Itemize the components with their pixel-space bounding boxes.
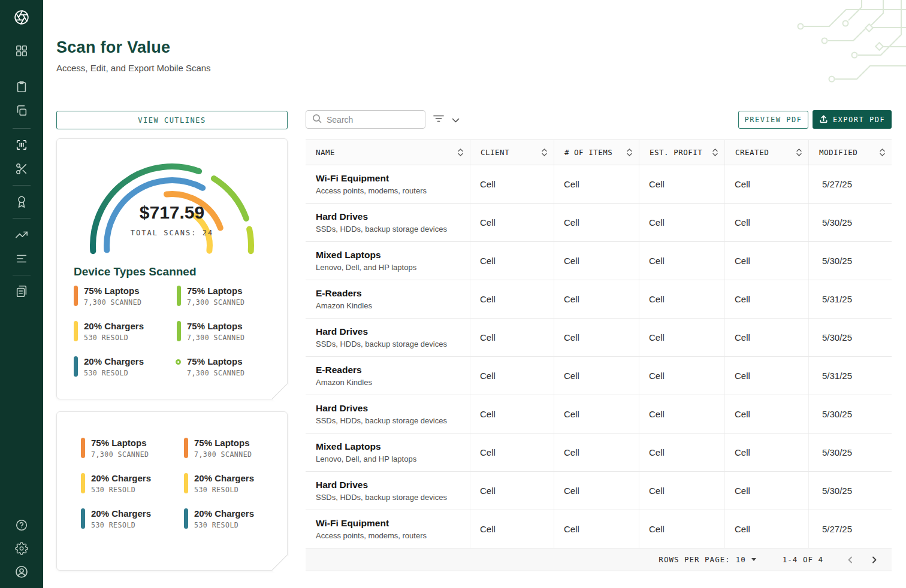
rows-per-page-value: 10 bbox=[736, 555, 746, 564]
modified-cell: 5/27/25 bbox=[809, 510, 892, 548]
filter-icon bbox=[433, 113, 445, 126]
search-input[interactable] bbox=[327, 115, 419, 125]
legend-item: 75% Laptops 7,300 SCANNED bbox=[74, 286, 177, 307]
created-cell: Cell bbox=[725, 472, 809, 510]
search-icon bbox=[312, 114, 322, 126]
legend-sublabel: 530 RESOLD bbox=[84, 334, 144, 342]
table-row[interactable]: E-ReadersAmazon Kindles Cell Cell Cell C… bbox=[306, 280, 892, 319]
circuit-decoration bbox=[636, 0, 906, 90]
legend-label: 75% Laptops bbox=[187, 321, 245, 331]
profit-cell: Cell bbox=[639, 510, 725, 548]
column-header-items[interactable]: # OF ITEMS bbox=[554, 140, 639, 165]
name-cell: Hard DrivesSSDs, HDDs, backup storage de… bbox=[306, 319, 470, 356]
sidebar-divider bbox=[13, 128, 31, 129]
column-label: # OF ITEMS bbox=[564, 148, 612, 157]
previous-page-button[interactable] bbox=[842, 552, 858, 568]
column-label: CLIENT bbox=[481, 148, 509, 157]
legend-label: 20% Chargers bbox=[91, 473, 151, 483]
view-cutlines-button[interactable]: VIEW CUTLINES bbox=[56, 111, 288, 129]
column-label: CREATED bbox=[735, 148, 769, 157]
client-cell: Cell bbox=[470, 319, 554, 356]
dashboard-icon[interactable] bbox=[14, 43, 29, 59]
client-cell: Cell bbox=[470, 434, 554, 471]
summary-legend: 75% Laptops 7,300 SCANNED 75% Laptops 7,… bbox=[57, 412, 287, 529]
trending-up-icon[interactable] bbox=[14, 227, 29, 243]
barcode-scan-icon[interactable] bbox=[14, 137, 29, 153]
legend-item: 20% Chargers 530 RESOLD bbox=[184, 473, 287, 494]
legend-label: 20% Chargers bbox=[194, 508, 254, 519]
sidebar-divider bbox=[13, 185, 31, 186]
client-cell: Cell bbox=[470, 242, 554, 280]
legend-sublabel: 530 RESOLD bbox=[194, 521, 254, 529]
column-header-client[interactable]: CLIENT bbox=[470, 140, 554, 165]
table-row[interactable]: E-ReadersAmazon Kindles Cell Cell Cell C… bbox=[306, 357, 892, 395]
legend-item: 75% Laptops 7,300 SCANNED bbox=[177, 321, 280, 342]
table-row[interactable]: Hard DrivesSSDs, HDDs, backup storage de… bbox=[306, 204, 892, 242]
table-row[interactable]: Hard DrivesSSDs, HDDs, backup storage de… bbox=[306, 472, 892, 510]
profit-cell: Cell bbox=[639, 280, 725, 318]
row-title: Mixed Laptops bbox=[316, 250, 381, 260]
sort-icon bbox=[712, 148, 718, 157]
column-header-modified[interactable]: MODIFIED bbox=[809, 140, 892, 165]
modified-cell: 5/30/25 bbox=[809, 242, 892, 280]
card-notch bbox=[272, 384, 303, 414]
scissors-icon[interactable] bbox=[14, 161, 29, 177]
copy-icon[interactable] bbox=[14, 103, 29, 119]
medal-icon[interactable] bbox=[14, 194, 29, 210]
filter-dropdown[interactable] bbox=[433, 113, 460, 126]
sort-icon bbox=[879, 148, 886, 157]
profit-cell: Cell bbox=[639, 434, 725, 471]
row-description: SSDs, HDDs, backup storage devices bbox=[316, 225, 447, 234]
modified-cell: 5/30/25 bbox=[809, 434, 892, 471]
row-description: Lenovo, Dell, and HP laptops bbox=[316, 263, 416, 272]
column-header-profit[interactable]: EST. PROFIT bbox=[639, 140, 725, 165]
modified-cell: 5/27/25 bbox=[809, 165, 892, 203]
export-pdf-button[interactable]: EXPORT PDF bbox=[813, 110, 892, 129]
profit-cell: Cell bbox=[639, 204, 725, 241]
legend-label: 20% Chargers bbox=[84, 356, 144, 366]
table-row[interactable]: Mixed LaptopsLenovo, Dell, and HP laptop… bbox=[306, 242, 892, 280]
legend-sublabel: 530 RESOLD bbox=[91, 486, 151, 494]
legend-bar-orange bbox=[74, 286, 78, 306]
clipboard-icon[interactable] bbox=[14, 79, 29, 95]
legend-sublabel: 7,300 SCANNED bbox=[84, 298, 142, 307]
table-header-row: NAME CLIENT # OF ITEMS EST. PROFIT CREAT… bbox=[306, 140, 892, 165]
help-icon[interactable] bbox=[14, 517, 29, 533]
settings-gear-icon[interactable] bbox=[14, 541, 29, 556]
legend-sublabel: 530 RESOLD bbox=[194, 486, 254, 494]
row-title: Mixed Laptops bbox=[316, 441, 381, 452]
table-row[interactable]: Hard DrivesSSDs, HDDs, backup storage de… bbox=[306, 395, 892, 434]
preview-pdf-button[interactable]: PREVIEW PDF bbox=[738, 111, 808, 129]
rows-per-page-select[interactable]: ROWS PER PAGE: 10 bbox=[659, 555, 756, 564]
created-cell: Cell bbox=[725, 280, 809, 318]
scan-value-gauge: $717.59 TOTAL SCANS: 24 bbox=[82, 151, 262, 257]
legend-sublabel: 7,300 SCANNED bbox=[187, 369, 245, 377]
column-header-name[interactable]: NAME bbox=[306, 140, 470, 165]
next-page-button[interactable] bbox=[866, 552, 882, 568]
row-title: Hard Drives bbox=[316, 326, 368, 337]
table-row[interactable]: Wi-Fi EquipmentAccess points, modems, ro… bbox=[306, 510, 892, 548]
client-cell: Cell bbox=[470, 204, 554, 241]
modified-cell: 5/30/25 bbox=[809, 204, 892, 241]
documents-icon[interactable] bbox=[14, 284, 29, 299]
list-icon[interactable] bbox=[14, 251, 29, 266]
column-label: EST. PROFIT bbox=[650, 148, 702, 157]
name-cell: Hard DrivesSSDs, HDDs, backup storage de… bbox=[306, 204, 470, 241]
column-label: MODIFIED bbox=[819, 148, 857, 157]
sort-icon bbox=[626, 148, 633, 157]
legend-sublabel: 7,300 SCANNED bbox=[194, 450, 252, 459]
column-header-created[interactable]: CREATED bbox=[725, 140, 809, 165]
row-title: E-Readers bbox=[316, 288, 362, 299]
table-row[interactable]: Hard DrivesSSDs, HDDs, backup storage de… bbox=[306, 319, 892, 357]
row-description: Access points, modems, routers bbox=[316, 186, 427, 195]
legend-item: 20% Chargers 530 RESOLD bbox=[74, 356, 177, 377]
table-row[interactable]: Mixed LaptopsLenovo, Dell, and HP laptop… bbox=[306, 434, 892, 472]
row-title: E-Readers bbox=[316, 365, 362, 375]
device-types-heading: Device Types Scanned bbox=[74, 265, 287, 278]
legend-item: 75% Laptops 7,300 SCANNED bbox=[177, 356, 280, 377]
modified-cell: 5/31/25 bbox=[809, 280, 892, 318]
page-title: Scan for Value bbox=[56, 38, 170, 57]
table-row[interactable]: Wi-Fi EquipmentAccess points, modems, ro… bbox=[306, 165, 892, 204]
account-icon[interactable] bbox=[14, 564, 29, 580]
client-cell: Cell bbox=[470, 510, 554, 548]
